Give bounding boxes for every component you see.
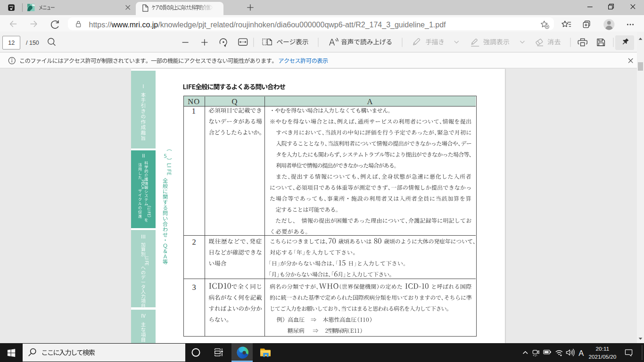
svg-text:A: A xyxy=(367,97,373,106)
svg-text:NO: NO xyxy=(188,97,200,106)
svg-text:1: 1 xyxy=(192,107,196,115)
svg-text:https://www.mri.co.jp/knowledg: https://www.mri.co.jp/knowledge/pjt_rela… xyxy=(89,21,446,29)
svg-text:2: 2 xyxy=(192,238,196,247)
svg-text:Q: Q xyxy=(232,97,238,106)
svg-text:2021/05/20: 2021/05/20 xyxy=(588,354,616,360)
svg-text:20:11: 20:11 xyxy=(596,346,610,352)
svg-text:3: 3 xyxy=(192,283,196,292)
svg-text:12: 12 xyxy=(8,40,15,46)
svg-text:A: A xyxy=(578,349,584,357)
svg-text:/ 150: / 150 xyxy=(26,40,39,46)
